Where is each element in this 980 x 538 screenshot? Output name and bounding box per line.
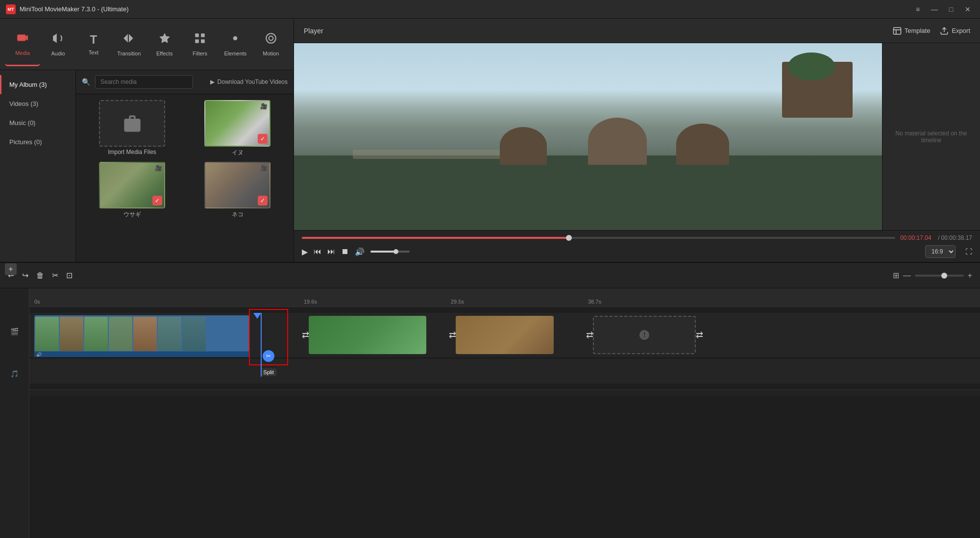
sidebar-item-music[interactable]: Music (0) [0,113,75,132]
download-youtube-button[interactable]: ▶ Download YouTube Videos [210,78,288,85]
media-items-grid: Import Media Files 🎥 ✓ イヌ [76,94,294,225]
sidebar-item-pictures[interactable]: Pictures (0) [0,132,75,152]
text-icon: T [90,33,98,47]
crop-button[interactable]: ⊡ [66,271,73,280]
toolbar-elements-label: Elements [224,51,247,56]
progress-thumb[interactable] [566,235,572,241]
transition-arrow-3[interactable]: ⇄ [586,330,593,340]
search-input[interactable] [95,75,193,89]
toolbar-audio[interactable]: Audio [40,22,75,66]
dog-clip[interactable] [309,316,426,354]
rabbit-clip[interactable] [456,316,554,354]
export-label: Export [952,27,970,34]
video-preview [294,43,882,230]
svg-rect-3 [195,39,199,43]
timeline-scrollbar[interactable] [29,389,980,396]
media-grid: 🔍 ▶ Download YouTube Videos [76,70,294,262]
skip-frame-forward-button[interactable]: ⏭ [327,247,335,256]
progress-bar[interactable] [302,237,895,239]
usagi-label: ウサギ [123,210,141,219]
transition-arrow-4[interactable]: ⇄ [696,330,703,340]
play-button[interactable]: ▶ [302,247,308,256]
check-badge-usagi: ✓ [152,196,162,205]
zoom-bar[interactable] [915,275,964,277]
toolbar-effects[interactable]: Effects [147,22,182,66]
check-badge-neko: ✓ [258,196,268,205]
audio-bar: 🔊 [34,351,250,357]
fullscreen-button[interactable]: ⛶ [965,248,972,256]
zoom-in-icon[interactable]: + [968,271,972,280]
timeline-track-controls: + 🎬 🎵 [0,288,29,538]
right-panel: Player Template Export [294,19,980,262]
svg-point-7 [269,36,273,41]
toolbar-motion[interactable]: Motion [253,22,289,66]
main-video-clip[interactable] [34,315,250,355]
effects-icon [158,32,171,48]
export-button[interactable]: Export [940,26,970,35]
transition-icon [122,32,135,48]
video-icon-neko: 🎥 [260,165,268,172]
clip-frame-4 [109,317,132,353]
right-info-panel: No material selected on the timeline [882,43,980,230]
playhead[interactable] [253,313,261,319]
download-label: Download YouTube Videos [218,78,288,85]
filters-icon [194,32,206,48]
clip-frame-6 [158,317,181,353]
maximize-button[interactable]: □ [944,2,958,17]
sidebar-item-myalbum[interactable]: My Album (3) [0,75,75,94]
media-item-neko[interactable]: 🎥 ✓ ネコ [187,162,288,219]
stop-button[interactable]: ⏹ [341,247,349,256]
minimize-button[interactable]: — [927,2,942,17]
import-label: Import Media Files [108,149,156,155]
titlebar: MT MiniTool MovieMaker 7.3.0 - (Ultimate… [0,0,980,19]
transition-arrow-2[interactable]: ⇄ [449,330,456,340]
aspect-ratio-select[interactable]: 16:9 4:3 1:1 9:16 [925,245,956,258]
timeline-section: ↩ ↪ 🗑 ✂ ⊡ ⊞ — + + 🎬 🎵 [0,263,980,538]
export-icon [940,26,949,35]
close-button[interactable]: ✕ [960,2,975,17]
toolbar-media[interactable]: Media [5,22,40,66]
volume-thumb[interactable] [393,249,398,254]
toolbar-text-label: Text [89,50,98,55]
template-label: Template [905,27,931,34]
header-buttons: Template Export [893,26,970,35]
video-icon-usagi: 🎥 [155,165,162,172]
volume-button[interactable]: 🔊 [355,247,365,256]
transition-arrow-1[interactable]: ⇄ [302,330,309,340]
zoom-controls: ⊞ — + [893,271,972,280]
clip-frame-2 [60,317,83,353]
ruler-mark-3: 38.7s [588,299,601,305]
audio-bar-icon: 🔊 [36,352,42,357]
tracks-container: 🔊 ✂ Split ⇄ [29,307,980,389]
neko-thumb: 🎥 ✓ [204,162,270,208]
volume-bar[interactable] [370,251,410,253]
toolbar-filters-label: Filters [193,51,207,56]
svg-point-5 [233,36,238,41]
zoom-out-icon[interactable]: — [903,271,911,280]
delete-button[interactable]: 🗑 [36,271,44,280]
timeline-columns-icon: ⊞ [893,271,899,280]
template-button[interactable]: Template [893,26,931,35]
menu-button[interactable]: ≡ [910,2,925,17]
media-item-import[interactable]: Import Media Files [82,100,182,157]
clip-frame-7 [182,317,206,353]
toolbar-text[interactable]: T Text [76,22,111,66]
main-layout: Media Audio T Text Transition [0,19,980,538]
playhead-line [261,313,262,377]
window-controls: ≡ — □ ✕ [910,0,975,18]
zoom-thumb[interactable] [941,273,947,279]
media-item-usagi[interactable]: 🎥 ✓ ウサギ [82,162,182,219]
media-item-inu[interactable]: 🎥 ✓ イヌ [187,100,288,157]
skip-start-button[interactable]: ⏮ [314,247,321,256]
audio-track-icon: 🎵 [10,370,19,378]
timeline-toolbar: ↩ ↪ 🗑 ✂ ⊡ ⊞ — + [0,263,980,288]
svg-rect-2 [201,33,205,37]
sidebar-item-videos[interactable]: Videos (3) [0,94,75,113]
toolbar-filters[interactable]: Filters [182,22,218,66]
progress-filled [302,237,569,239]
ruler-mark-1: 19.6s [304,299,317,305]
redo-button[interactable]: ↪ [22,271,28,280]
toolbar-transition[interactable]: Transition [111,22,147,66]
toolbar-elements[interactable]: Elements [218,22,253,66]
cut-button[interactable]: ✂ [52,271,58,280]
